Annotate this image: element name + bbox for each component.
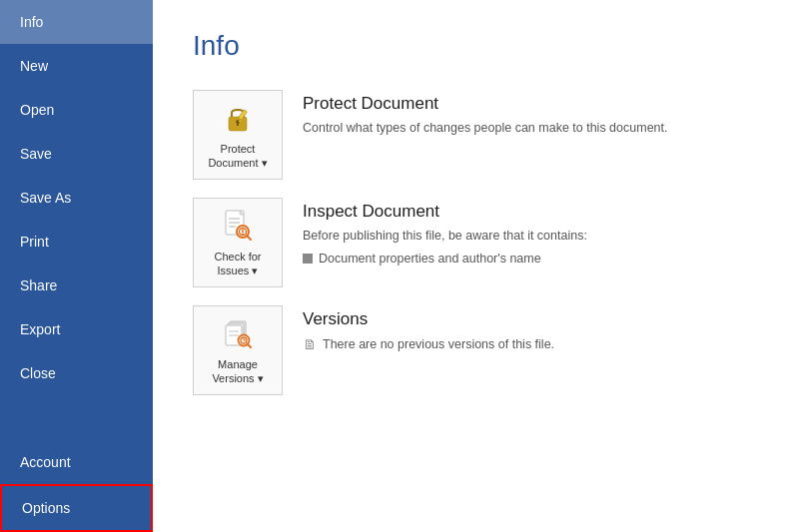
protect-document-desc: Control what types of changes people can… (303, 119, 668, 138)
inspect-list-item: Document properties and author's name (303, 250, 587, 268)
protect-document-title: Protect Document (303, 94, 668, 114)
inspect-document-text: Inspect Document Before publishing this … (303, 198, 587, 268)
protect-document-button[interactable]: ProtectDocument ▾ (193, 90, 283, 180)
protect-document-icon (220, 100, 256, 138)
sidebar-item-open[interactable]: Open (0, 88, 153, 132)
sidebar-item-account[interactable]: Account (0, 440, 153, 484)
page-title: Info (193, 30, 759, 62)
sidebar-item-print[interactable]: Print (0, 220, 153, 264)
protect-document-card: ProtectDocument ▾ Protect Document Contr… (193, 90, 759, 180)
manage-versions-icon (220, 315, 256, 353)
versions-text: Versions 🗎 There are no previous version… (303, 305, 554, 355)
sidebar-item-save[interactable]: Save (0, 132, 153, 176)
sidebar-item-export[interactable]: Export (0, 307, 153, 351)
inspect-document-card: Check forIssues ▾ Inspect Document Befor… (193, 198, 759, 287)
svg-line-12 (247, 236, 251, 240)
versions-list-item: 🗎 There are no previous versions of this… (303, 334, 554, 355)
versions-desc: 🗎 There are no previous versions of this… (303, 334, 554, 355)
sidebar-item-save-as[interactable]: Save As (0, 176, 153, 220)
sidebar-item-close[interactable]: Close (0, 351, 153, 395)
versions-doc-icon: 🗎 (303, 334, 317, 355)
sidebar-item-share[interactable]: Share (0, 264, 153, 307)
check-for-issues-icon (220, 208, 256, 246)
sidebar: Info New Open Save Save As Print Share E… (0, 0, 153, 532)
versions-card: ManageVersions ▾ Versions 🗎 There are no… (193, 305, 759, 395)
main-content: Info ProtectDocument ▾ (153, 0, 799, 532)
inspect-document-title: Inspect Document (303, 202, 587, 222)
sidebar-item-info[interactable]: Info (0, 0, 153, 44)
protect-document-label: ProtectDocument ▾ (208, 142, 267, 171)
sidebar-item-new[interactable]: New (0, 44, 153, 88)
bullet-icon (303, 254, 313, 264)
svg-point-14 (242, 234, 243, 235)
svg-rect-2 (237, 123, 239, 126)
sidebar-item-options[interactable]: Options (0, 484, 153, 532)
manage-versions-button[interactable]: ManageVersions ▾ (193, 305, 283, 395)
protect-document-text: Protect Document Control what types of c… (303, 90, 668, 138)
manage-versions-label: ManageVersions ▾ (212, 357, 263, 386)
inspect-document-desc: Before publishing this file, be aware th… (303, 227, 587, 268)
svg-line-22 (248, 343, 252, 347)
check-for-issues-label: Check forIssues ▾ (214, 250, 261, 278)
check-for-issues-button[interactable]: Check forIssues ▾ (193, 198, 283, 287)
versions-title: Versions (303, 309, 554, 329)
